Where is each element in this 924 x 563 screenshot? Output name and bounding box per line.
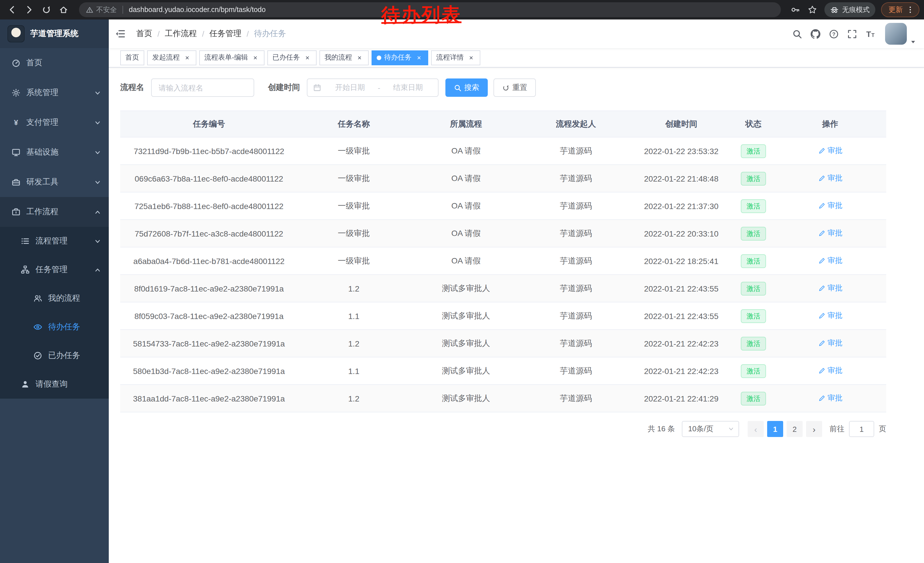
approve-link[interactable]: 审批 <box>818 173 842 183</box>
process-name-input[interactable] <box>151 78 254 97</box>
sidebar-item-done-tasks[interactable]: 已办任务 <box>0 341 109 370</box>
monitor-icon <box>12 148 21 157</box>
pen-icon <box>818 395 825 402</box>
toolbox-icon <box>12 177 21 187</box>
update-label: 更新 <box>888 5 903 15</box>
font-size-icon[interactable] <box>861 20 879 48</box>
sidebar-item-devtools[interactable]: 研发工具 <box>0 167 109 197</box>
goto-page-input[interactable] <box>849 421 874 437</box>
fullscreen-icon[interactable] <box>843 20 861 48</box>
task-name-cell: 1.1 <box>298 311 410 320</box>
tab-done-tasks[interactable]: 已办任务 × <box>267 50 316 65</box>
sidebar-item-workflow[interactable]: 工作流程 <box>0 197 109 227</box>
date-range-picker[interactable]: 开始日期 - 结束日期 <box>307 78 438 97</box>
close-icon[interactable]: × <box>251 54 260 62</box>
incognito-label: 无痕模式 <box>842 5 870 15</box>
browser-back-button[interactable] <box>4 2 20 17</box>
tab-todo-tasks[interactable]: 待办任务 × <box>372 50 428 65</box>
starter-cell: 芋道源码 <box>522 201 630 211</box>
tab-home[interactable]: 首页 <box>120 50 144 65</box>
password-key-icon[interactable] <box>788 2 802 17</box>
page-button-2[interactable]: 2 <box>787 421 802 437</box>
bookmark-star-icon[interactable] <box>805 2 820 17</box>
breadcrumb-workflow[interactable]: 工作流程 <box>165 29 197 39</box>
create-time-cell: 2022-01-21 22:43:55 <box>630 284 733 293</box>
page-button-1[interactable]: 1 <box>767 421 783 437</box>
app-logo-row: 芋道管理系统 <box>0 20 109 48</box>
start-date-placeholder: 开始日期 <box>326 83 374 93</box>
pen-icon <box>818 339 825 347</box>
close-icon[interactable]: × <box>183 54 191 62</box>
sidebar-item-task-management[interactable]: 任务管理 <box>0 255 109 284</box>
user-menu[interactable] <box>885 20 916 48</box>
help-icon[interactable] <box>824 20 843 48</box>
navbar-tools <box>788 20 921 48</box>
sidebar-item-todo-tasks[interactable]: 待办任务 <box>0 313 109 341</box>
browser-home-button[interactable] <box>56 2 71 17</box>
browser-forward-button[interactable] <box>22 2 37 17</box>
tab-my-process[interactable]: 我的流程 × <box>320 50 369 65</box>
task-id-cell: 58154733-7ac8-11ec-a9e2-a2380e71991a <box>120 339 298 348</box>
github-icon[interactable] <box>806 20 824 48</box>
chevron-down-icon <box>94 90 101 96</box>
status-badge: 激活 <box>741 199 766 213</box>
tab-start-process[interactable]: 发起流程 × <box>147 50 196 65</box>
approve-link[interactable]: 审批 <box>818 311 842 321</box>
approve-link[interactable]: 审批 <box>818 256 842 266</box>
breadcrumb-task-management[interactable]: 任务管理 <box>210 29 242 39</box>
task-id-cell: 8f059c03-7ac8-11ec-a9e2-a2380e71991a <box>120 311 298 320</box>
tab-process-form-edit[interactable]: 流程表单-编辑 × <box>199 50 264 65</box>
approve-link[interactable]: 审批 <box>818 228 842 239</box>
pen-icon <box>818 367 825 375</box>
task-name-cell: 一级审批 <box>298 146 410 156</box>
create-time-cell: 2022-01-21 22:42:23 <box>630 339 733 348</box>
close-icon[interactable]: × <box>356 54 363 62</box>
search-button[interactable]: 搜索 <box>446 78 488 97</box>
app-title: 芋道管理系统 <box>30 29 78 39</box>
prev-page-button[interactable]: ‹ <box>748 421 764 437</box>
approve-link[interactable]: 审批 <box>818 201 842 211</box>
sidebar-item-my-process[interactable]: 我的流程 <box>0 284 109 313</box>
breadcrumb-home[interactable]: 首页 <box>136 29 152 39</box>
create-time-cell: 2022-01-22 21:48:48 <box>630 174 733 183</box>
yen-icon <box>12 118 21 127</box>
security-label: 不安全 <box>96 5 117 15</box>
close-icon[interactable]: × <box>415 54 423 62</box>
approve-link[interactable]: 审批 <box>818 146 842 156</box>
process-cell: 测试多审批人 <box>410 366 522 376</box>
sidebar-collapse-button[interactable] <box>109 20 132 48</box>
gear-icon <box>12 88 21 98</box>
approve-link[interactable]: 审批 <box>818 283 842 294</box>
close-icon[interactable]: × <box>467 54 475 62</box>
approve-link[interactable]: 审批 <box>818 393 842 404</box>
task-id-cell: 8f0d1619-7ac8-11ec-a9e2-a2380e71991a <box>120 284 298 293</box>
approve-link[interactable]: 审批 <box>818 366 842 376</box>
create-time-cell: 2022-01-21 22:43:55 <box>630 311 733 320</box>
next-page-button[interactable]: › <box>806 421 822 437</box>
approve-link[interactable]: 审批 <box>818 338 842 348</box>
reset-button[interactable]: 重置 <box>494 78 536 97</box>
sidebar-item-home[interactable]: 首页 <box>0 48 109 78</box>
column-header: 所属流程 <box>410 119 522 129</box>
process-cell: 测试多审批人 <box>410 311 522 321</box>
table-row: a6aba0a4-7b6d-11ec-b781-acde48001122 一级审… <box>120 248 886 275</box>
page-size-select[interactable]: 10条/页 <box>682 421 739 437</box>
browser-menu-icon[interactable] <box>906 6 914 14</box>
status-badge: 激活 <box>741 171 766 185</box>
close-icon[interactable]: × <box>303 54 311 62</box>
sidebar-item-infrastructure[interactable]: 基础设施 <box>0 137 109 167</box>
sidebar-item-payment[interactable]: 支付管理 <box>0 108 109 137</box>
browser-reload-button[interactable] <box>39 2 54 17</box>
search-icon[interactable] <box>788 20 806 48</box>
urlbar-divider <box>123 6 123 14</box>
sidebar-item-process-management[interactable]: 流程管理 <box>0 227 109 255</box>
tab-process-detail[interactable]: 流程详情 × <box>431 50 480 65</box>
page-content: 流程名 创建时间 开始日期 - 结束日期 搜索 <box>109 68 924 437</box>
avatar[interactable] <box>885 23 907 45</box>
breadcrumb: 首页 / 工作流程 / 任务管理 / 待办任务 <box>136 29 286 39</box>
update-button[interactable]: 更新 <box>881 2 920 17</box>
process-cell: OA 请假 <box>410 146 522 156</box>
sidebar-item-system[interactable]: 系统管理 <box>0 78 109 108</box>
sidebar-item-leave-query[interactable]: 请假查询 <box>0 370 109 399</box>
create-time-cell: 2022-01-22 18:25:41 <box>630 256 733 266</box>
